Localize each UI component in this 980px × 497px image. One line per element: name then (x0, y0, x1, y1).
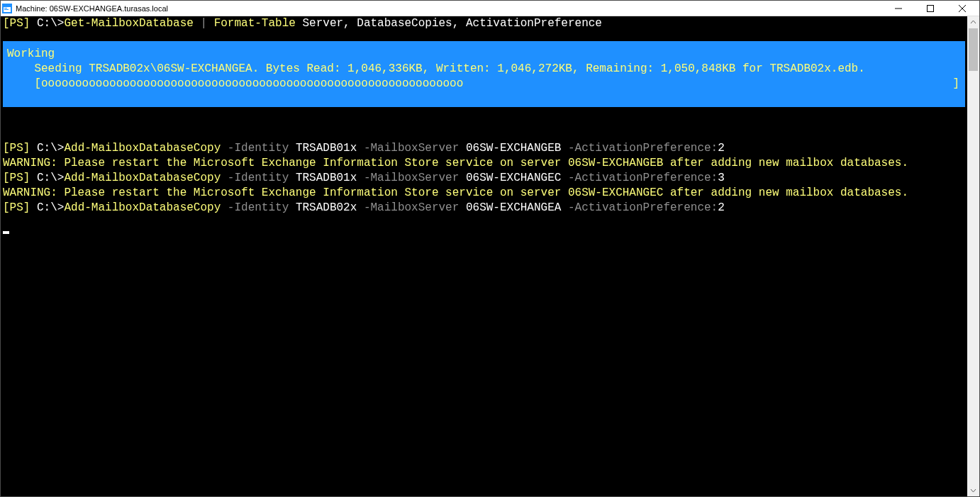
cursor (3, 231, 9, 234)
warning-line: WARNING: Please restart the Microsoft Ex… (1, 186, 967, 201)
command-line: [PS] C:\>Get-MailboxDatabase | Format-Ta… (1, 16, 967, 31)
progress-bar: [ooooooooooooooooooooooooooooooooooooooo… (34, 77, 463, 91)
arg-identity: TRSADB02x (296, 201, 364, 214)
cmd-add-mailboxdatabasecopy: Add-MailboxDatabaseCopy (64, 172, 227, 184)
arg-mailboxserver: 06SW-EXCHANGEB (466, 142, 568, 155)
arg-mailboxserver: 06SW-EXCHANGEA (466, 201, 568, 214)
svg-rect-5 (927, 5, 933, 11)
cmd-add-mailboxdatabasecopy: Add-MailboxDatabaseCopy (64, 142, 227, 155)
param-activationpreference: -ActivationPreference: (568, 172, 718, 184)
cmd-add-mailboxdatabasecopy: Add-MailboxDatabaseCopy (64, 201, 227, 214)
warning-line: WARNING: Please restart the Microsoft Ex… (1, 156, 967, 171)
prompt-path: C:\> (37, 17, 64, 30)
prompt-ps: [PS] (3, 201, 37, 214)
scroll-thumb[interactable] (969, 28, 978, 71)
app-window: Machine: 06SW-EXCHANGEA.turasas.local [P… (0, 0, 980, 497)
maximize-button[interactable] (914, 1, 946, 16)
prompt-ps: [PS] (3, 17, 37, 30)
param-activationpreference: -ActivationPreference: (568, 201, 718, 214)
param-identity: -Identity (228, 201, 296, 214)
progress-cap: ] (952, 77, 961, 91)
prompt-path: C:\> (37, 172, 64, 184)
progress-title: Working (7, 47, 961, 62)
scroll-track[interactable] (967, 28, 979, 484)
format-table-args: Server, DatabaseCopies, ActivationPrefer… (302, 17, 601, 30)
minimize-button[interactable] (882, 1, 914, 16)
svg-rect-3 (4, 9, 9, 10)
titlebar[interactable]: Machine: 06SW-EXCHANGEA.turasas.local (1, 1, 979, 16)
prompt-ps: [PS] (3, 172, 37, 184)
close-button[interactable] (946, 1, 978, 16)
command-line: [PS] C:\>Add-MailboxDatabaseCopy -Identi… (1, 171, 967, 186)
terminal[interactable]: [PS] C:\>Get-MailboxDatabase | Format-Ta… (1, 16, 967, 496)
progress-indent (7, 77, 34, 91)
param-identity: -Identity (228, 172, 296, 184)
progress-box: Working Seeding TRSADB02x\06SW-EXCHANGEA… (3, 41, 965, 107)
prompt-ps: [PS] (3, 142, 37, 155)
cmd-format-table: Format-Table (214, 17, 303, 30)
scroll-up-button[interactable] (967, 16, 979, 28)
svg-rect-1 (4, 5, 11, 7)
command-line: [PS] C:\>Add-MailboxDatabaseCopy -Identi… (1, 141, 967, 156)
progress-status: Seeding TRSADB02x\06SW-EXCHANGEA. Bytes … (7, 62, 961, 77)
arg-identity: TRSADB01x (296, 172, 364, 184)
arg-activationpreference: 2 (718, 201, 725, 214)
client-area: [PS] C:\>Get-MailboxDatabase | Format-Ta… (1, 16, 979, 496)
param-mailboxserver: -MailboxServer (364, 172, 466, 184)
command-line: [PS] C:\>Add-MailboxDatabaseCopy -Identi… (1, 201, 967, 216)
progress-filler (463, 77, 952, 91)
param-mailboxserver: -MailboxServer (364, 201, 466, 214)
window-title: Machine: 06SW-EXCHANGEA.turasas.local (16, 4, 168, 13)
param-mailboxserver: -MailboxServer (364, 142, 466, 155)
arg-activationpreference: 2 (718, 142, 725, 155)
param-identity: -Identity (228, 142, 296, 155)
prompt-path: C:\> (37, 142, 64, 155)
pipe-operator: | (200, 17, 213, 30)
vertical-scrollbar[interactable] (967, 16, 979, 496)
arg-identity: TRSADB01x (296, 142, 364, 155)
arg-activationpreference: 3 (718, 172, 725, 184)
svg-rect-2 (4, 8, 7, 9)
blank-gap (1, 111, 967, 141)
cmd-get-mailboxdatabase: Get-MailboxDatabase (64, 17, 200, 30)
progress-bar-row: [ooooooooooooooooooooooooooooooooooooooo… (7, 77, 961, 91)
prompt-path: C:\> (37, 201, 64, 214)
scroll-down-button[interactable] (967, 484, 979, 496)
arg-mailboxserver: 06SW-EXCHANGEC (466, 172, 568, 184)
app-icon (2, 4, 12, 13)
param-activationpreference: -ActivationPreference: (568, 142, 718, 155)
